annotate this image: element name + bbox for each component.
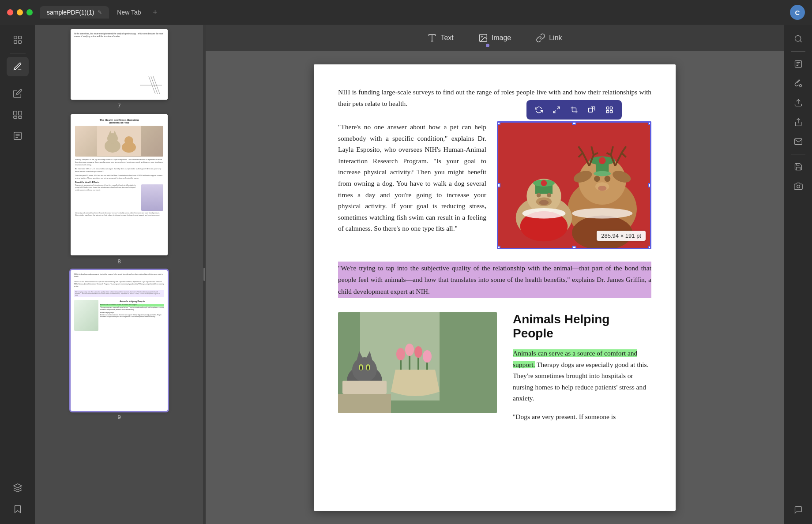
sel-handle-tm[interactable] (572, 121, 576, 125)
svg-point-19 (124, 136, 133, 145)
sel-handle-mr[interactable] (648, 183, 651, 187)
ocr-icon (794, 60, 803, 68)
sel-handle-br[interactable] (648, 246, 651, 249)
svg-point-79 (797, 185, 800, 188)
image-toolbar (526, 100, 622, 120)
right-icon-export[interactable] (789, 94, 808, 112)
sidebar-icon-annotate[interactable] (7, 57, 29, 76)
svg-point-21 (481, 36, 482, 37)
bottom-text: Animals Helping People Animals can serve… (513, 312, 651, 422)
mail-icon (794, 137, 803, 146)
right-icon-search[interactable] (789, 30, 808, 48)
img-tool-send-back[interactable] (584, 103, 600, 117)
close-button[interactable] (7, 9, 13, 15)
tab-pdf[interactable]: samplePDF(1)(1) ✎ (40, 6, 109, 19)
image-container[interactable]: 285.94 × 191 pt (497, 121, 651, 249)
user-avatar[interactable]: C (790, 5, 805, 20)
svg-rect-22 (589, 108, 593, 112)
thumb-page-9-content: NIH is funding large-scale surveys to fi… (71, 270, 168, 411)
export-icon (794, 98, 803, 107)
sidebar-icon-bookmark[interactable] (7, 499, 29, 519)
sel-handle-bl[interactable] (497, 246, 500, 249)
svg-point-34 (594, 176, 600, 182)
img-tool-crop[interactable] (566, 103, 582, 117)
chat-icon (794, 505, 803, 514)
thumb-page-7-content: At the same time, this experiment pionee… (71, 29, 168, 100)
svg-point-70 (367, 365, 369, 371)
svg-point-44 (541, 180, 547, 186)
svg-rect-24 (610, 107, 613, 109)
dogs-image-svg (498, 123, 650, 248)
quote-block: "We're trying to tap into the subjective… (338, 262, 651, 298)
right-icon-tools[interactable] (789, 75, 808, 92)
text-icon (427, 33, 437, 43)
page-middle-section: "There's no one answer about how a pet c… (338, 121, 651, 249)
thumb-card-7[interactable]: At the same time, this experiment pionee… (71, 29, 168, 100)
right-icon-camera[interactable] (789, 177, 808, 195)
page-middle-text: "There's no one answer about how a pet c… (338, 121, 486, 234)
right-icon-chat[interactable] (789, 501, 808, 519)
right-sidebar (784, 25, 812, 524)
thumb-card-8[interactable]: The Health and Mood-BoostingBenefits of … (71, 114, 168, 255)
svg-point-64 (352, 357, 377, 382)
img-tool-resize[interactable] (549, 103, 564, 117)
sel-handle-ml[interactable] (497, 183, 500, 187)
bottom-section: Animals Helping People Animals can serve… (338, 312, 651, 422)
doc-toolbar: Text Image Link (206, 25, 784, 51)
right-icon-mail[interactable] (789, 133, 808, 150)
thumbnail-panel: At the same time, this experiment pionee… (35, 25, 203, 524)
selected-image[interactable]: 285.94 × 191 pt (497, 121, 651, 249)
right-icon-ocr[interactable] (789, 55, 808, 73)
sidebar-icon-thumbnails[interactable] (7, 30, 29, 49)
sel-handle-bm[interactable] (572, 246, 576, 249)
toolbar-link-label: Link (549, 34, 562, 42)
img-tool-replace[interactable] (531, 103, 547, 117)
toolbar-text-btn[interactable]: Text (422, 30, 459, 45)
svg-point-46 (547, 193, 551, 198)
new-tab-button[interactable]: + (149, 6, 162, 19)
tabs-area: samplePDF(1)(1) ✎ New Tab + (40, 6, 790, 19)
toolbar-image-btn[interactable]: Image (473, 30, 516, 45)
toolbar-link-btn[interactable]: Link (530, 30, 567, 45)
thumb8-pets-img (75, 126, 163, 157)
thumb-page-num-7: 7 (117, 102, 120, 109)
sel-handle-tr[interactable] (648, 121, 651, 125)
minimize-button[interactable] (17, 9, 23, 15)
svg-point-76 (799, 85, 801, 87)
svg-point-61 (414, 346, 422, 358)
bottom-paragraph: Animals can serve as a source of comfort… (513, 348, 651, 404)
svg-rect-0 (14, 36, 16, 39)
svg-rect-6 (13, 116, 16, 119)
sidebar-icon-organize[interactable] (7, 105, 29, 124)
thumb9-img (74, 300, 98, 331)
image-size-tooltip: 285.94 × 191 pt (597, 231, 646, 241)
svg-point-69 (360, 365, 362, 371)
toolbar-text-label: Text (440, 34, 453, 42)
sidebar-icon-forms[interactable] (7, 126, 29, 146)
edit-icon[interactable]: ✎ (98, 9, 102, 15)
svg-rect-72 (338, 394, 391, 413)
thumb-card-9[interactable]: NIH is funding large-scale surveys to fi… (71, 270, 168, 411)
tools-icon (794, 79, 803, 88)
img-tool-more[interactable] (601, 103, 617, 117)
svg-rect-23 (606, 107, 609, 109)
sidebar-icon-layers[interactable] (7, 478, 29, 498)
svg-point-62 (423, 350, 432, 363)
maximize-button[interactable] (26, 9, 33, 15)
toolbar-dot (486, 44, 489, 47)
doc-scroll[interactable]: NIH is funding large-scale surveys to fi… (206, 51, 784, 524)
sidebar-icon-edit[interactable] (7, 84, 29, 103)
share-icon (794, 118, 803, 127)
tab-new[interactable]: New Tab (110, 6, 148, 19)
svg-rect-7 (18, 116, 21, 119)
svg-point-37 (598, 186, 607, 191)
svg-rect-3 (18, 41, 21, 43)
cat-tulips-svg (338, 312, 497, 413)
quote1-text: "There's no one answer about how a pet c… (338, 123, 486, 232)
right-icon-save[interactable] (789, 158, 808, 176)
svg-point-32 (594, 171, 611, 176)
right-icon-share[interactable] (789, 113, 808, 131)
svg-point-35 (605, 176, 611, 182)
sel-handle-tl[interactable] (497, 121, 500, 125)
panel-resize-handle[interactable] (203, 25, 206, 524)
